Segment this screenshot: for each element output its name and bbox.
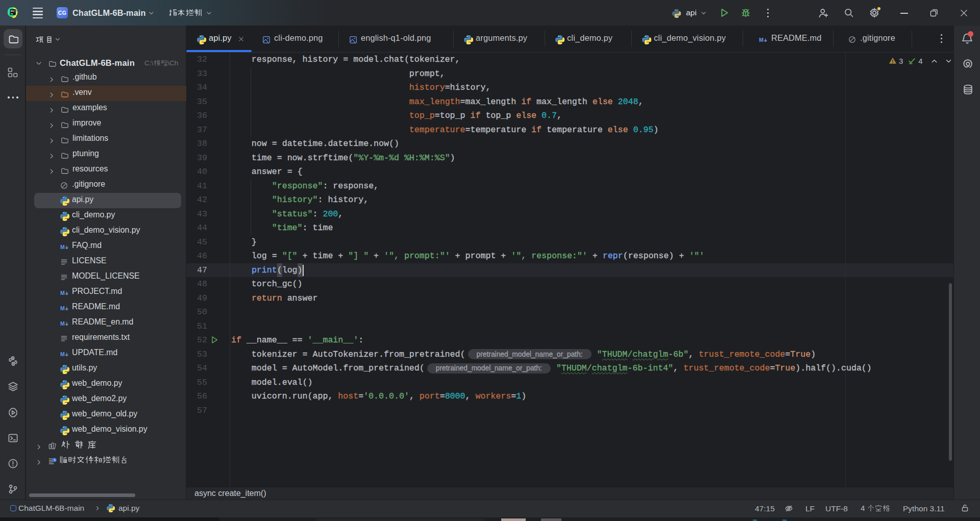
svg-text:M: M <box>759 37 764 43</box>
svg-text:M: M <box>60 351 65 357</box>
svg-text:PC: PC <box>11 9 15 13</box>
svg-text:M: M <box>60 244 65 250</box>
svg-text:M: M <box>60 290 65 296</box>
svg-text:M: M <box>60 305 65 311</box>
svg-text:M: M <box>60 320 65 327</box>
